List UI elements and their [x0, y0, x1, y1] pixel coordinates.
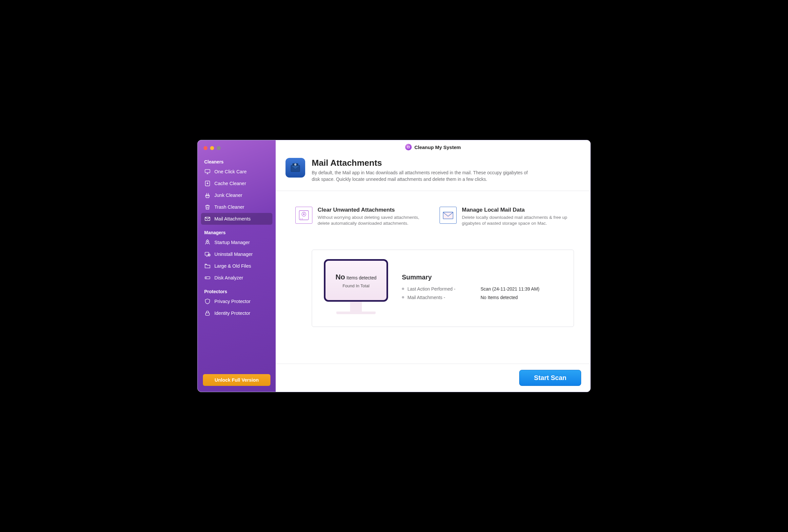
sidebar-item-label: Large & Old Files	[214, 263, 251, 269]
download-box-icon	[204, 180, 211, 187]
summary-row-label: Last Action Performed -	[402, 286, 477, 291]
summary-heading: Summary	[402, 273, 563, 281]
app-window: Cleaners One Click Care Cache Cleaner Ju…	[197, 140, 591, 392]
app-logo-icon	[405, 144, 412, 150]
feature-desc: Without worrying about deleting saved at…	[318, 214, 427, 227]
sidebar-item-one-click-care[interactable]: One Click Care	[201, 166, 272, 178]
shield-icon	[204, 298, 211, 305]
summary-monitor-graphic: No Items detected Found In Total	[323, 259, 389, 314]
sidebar-item-disk-analyzer[interactable]: Disk Analyzer	[201, 272, 272, 284]
summary-panel: No Items detected Found In Total Summary…	[312, 250, 574, 327]
feature-title: Clear Unwanted Attachments	[318, 207, 427, 213]
page-description: By default, the Mail app in Mac download…	[312, 169, 535, 183]
lock-icon	[204, 310, 211, 316]
sidebar-item-label: Cache Cleaner	[214, 181, 246, 186]
summary-row-value: Scan (24-11-2021 11:39 AM)	[480, 286, 563, 291]
app-title: Cleanup My System	[414, 144, 461, 150]
svg-rect-9	[408, 146, 410, 148]
svg-point-17	[302, 219, 302, 219]
monitor-primary-text: No Items detected	[335, 273, 376, 281]
features-row: Clear Unwanted Attachments Without worry…	[276, 191, 590, 237]
svg-point-3	[207, 241, 208, 242]
sidebar-item-mail-attachments[interactable]: Mail Attachments	[201, 213, 272, 225]
envelope-icon	[439, 207, 457, 224]
sidebar-item-label: Mail Attachments	[214, 216, 251, 222]
sidebar-item-label: One Click Care	[214, 169, 247, 174]
sidebar-item-startup-manager[interactable]: Startup Manager	[201, 237, 272, 248]
disk-icon	[204, 274, 211, 281]
minimize-icon[interactable]	[210, 146, 214, 150]
sidebar-section-cleaners: Cleaners	[201, 157, 272, 166]
rocket-icon	[204, 239, 211, 246]
sidebar-section-protectors: Protectors	[201, 287, 272, 295]
sidebar: Cleaners One Click Care Cache Cleaner Ju…	[198, 140, 276, 392]
svg-rect-2	[205, 217, 210, 221]
svg-rect-4	[205, 252, 209, 255]
sidebar-item-privacy-protector[interactable]: Privacy Protector	[201, 295, 272, 307]
sidebar-item-identity-protector[interactable]: Identity Protector	[201, 307, 272, 319]
sidebar-item-label: Privacy Protector	[214, 299, 251, 304]
feature-title: Manage Local Mail Data	[462, 207, 571, 213]
page-header: Mail Attachments By default, the Mail ap…	[276, 154, 590, 191]
monitor-icon	[204, 168, 211, 175]
sidebar-item-trash-cleaner[interactable]: Trash Cleaner	[201, 201, 272, 213]
svg-point-7	[206, 278, 206, 278]
page-title: Mail Attachments	[312, 158, 535, 168]
summary-row-value: No Items detected	[480, 295, 563, 300]
sidebar-item-label: Disk Analyzer	[214, 275, 243, 281]
start-scan-button[interactable]: Start Scan	[519, 370, 581, 386]
sidebar-item-label: Junk Cleaner	[214, 192, 242, 198]
svg-rect-18	[443, 212, 453, 219]
sidebar-item-label: Uninstall Manager	[214, 251, 253, 257]
feature-clear-unwanted: Clear Unwanted Attachments Without worry…	[295, 207, 427, 227]
summary-row-label: Mail Attachments -	[402, 295, 477, 300]
sidebar-section-managers: Managers	[201, 228, 272, 237]
sidebar-item-cache-cleaner[interactable]: Cache Cleaner	[201, 178, 272, 189]
broom-icon	[204, 192, 211, 199]
maximize-icon[interactable]	[217, 146, 221, 150]
drive-clear-icon	[295, 207, 312, 224]
main-content: Cleanup My System Mail Attachments By de…	[276, 140, 590, 392]
folder-icon	[204, 263, 211, 269]
monitor-secondary-text: Found In Total	[342, 283, 369, 288]
titlebar: Cleanup My System	[276, 140, 590, 154]
sidebar-item-label: Startup Manager	[214, 240, 250, 245]
sidebar-item-label: Identity Protector	[214, 310, 251, 316]
sidebar-item-label: Trash Cleaner	[214, 204, 244, 210]
window-controls	[201, 146, 272, 150]
close-icon[interactable]	[203, 146, 208, 150]
svg-rect-0	[205, 169, 210, 172]
footer: Start Scan	[276, 364, 590, 392]
trash-icon	[204, 204, 211, 210]
uninstall-icon	[204, 251, 211, 258]
feature-manage-mail-data: Manage Local Mail Data Delete locally do…	[439, 207, 571, 227]
svg-rect-8	[205, 313, 210, 315]
svg-point-15	[303, 213, 304, 214]
unlock-full-version-button[interactable]: Unlock Full Version	[203, 374, 271, 386]
feature-desc: Delete locally downloaded mail attachmen…	[462, 214, 571, 227]
mail-icon	[204, 216, 211, 222]
sidebar-item-junk-cleaner[interactable]: Junk Cleaner	[201, 189, 272, 201]
sidebar-item-uninstall-manager[interactable]: Uninstall Manager	[201, 248, 272, 260]
sidebar-item-large-old-files[interactable]: Large & Old Files	[201, 260, 272, 272]
svg-point-16	[300, 219, 301, 219]
mail-attachments-app-icon	[285, 158, 305, 178]
